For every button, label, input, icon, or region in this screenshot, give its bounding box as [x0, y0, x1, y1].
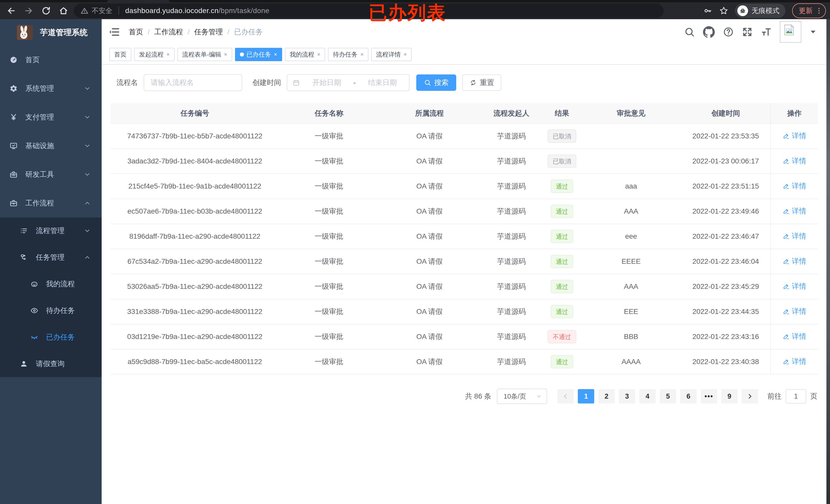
incognito-badge[interactable]: 无痕模式	[735, 4, 786, 18]
github-icon[interactable]	[703, 26, 715, 38]
fullscreen-icon[interactable]	[742, 27, 753, 37]
sidebar-item-label: 工作流程	[25, 198, 54, 208]
process-name-input[interactable]	[143, 74, 242, 91]
cell-actions: 详情	[771, 249, 818, 274]
cell-starter: 芋道源码	[480, 299, 543, 324]
update-button[interactable]: 更新	[792, 3, 826, 18]
key-icon[interactable]	[703, 6, 712, 15]
page-button-6[interactable]: 6	[680, 389, 697, 403]
result-tag: 通过	[551, 255, 573, 268]
help-icon[interactable]	[723, 27, 734, 37]
detail-label: 详情	[792, 156, 806, 166]
sidebar-item-payment[interactable]: 支付管理	[0, 103, 102, 132]
font-size-icon[interactable]	[761, 27, 772, 37]
detail-link[interactable]: 详情	[783, 306, 806, 316]
start-date-placeholder[interactable]: 开始日期	[300, 78, 353, 88]
tab-流程表单-编辑[interactable]: 流程表单-编辑×	[178, 48, 232, 61]
sidebar-item-todo-task[interactable]: 待办任务	[0, 297, 102, 324]
hamburger-icon[interactable]	[108, 26, 120, 38]
breadcrumb-item[interactable]: 工作流程	[154, 27, 183, 37]
detail-link[interactable]: 详情	[783, 256, 806, 266]
cell-opinion: aaa	[581, 174, 681, 199]
reload-icon[interactable]	[41, 6, 51, 16]
yen-icon	[9, 113, 18, 121]
sidebar-item-devtools[interactable]: 研发工具	[0, 160, 102, 189]
forward-icon[interactable]	[24, 6, 34, 16]
page-size-select[interactable]: 10条/页	[497, 389, 547, 404]
cell-process: OA 请假	[379, 199, 480, 224]
detail-label: 详情	[792, 181, 806, 191]
tab-已办任务[interactable]: 已办任务×	[235, 48, 282, 61]
sidebar-item-leave-query[interactable]: 请假查询	[0, 350, 102, 377]
avatar[interactable]	[780, 21, 801, 43]
prev-page-button[interactable]	[557, 389, 574, 403]
home-icon[interactable]	[58, 6, 69, 16]
sidebar-submenu: 流程管理任务管理我的流程待办任务已办任务请假查询	[0, 217, 102, 377]
close-icon[interactable]: ×	[404, 51, 407, 58]
sidebar-item-system[interactable]: 系统管理	[0, 74, 102, 103]
search-icon[interactable]	[684, 27, 695, 37]
sidebar-item-my-process[interactable]: 我的流程	[0, 271, 102, 297]
cell-process: OA 请假	[379, 174, 480, 199]
reset-button[interactable]: 重置	[462, 74, 501, 91]
close-icon[interactable]: ×	[224, 51, 227, 58]
breadcrumb-item[interactable]: 任务管理	[194, 27, 223, 37]
close-icon[interactable]: ×	[166, 51, 170, 58]
page-button-1[interactable]: 1	[578, 389, 594, 403]
cell-name: 一级审批	[279, 324, 379, 349]
sidebar-item-task-mgmt[interactable]: 任务管理	[0, 244, 102, 271]
page-button-5[interactable]: 5	[660, 389, 676, 403]
search-button[interactable]: 搜索	[416, 74, 456, 91]
page-content: 流程名 创建时间 开始日期 - 结束日期 搜索 重置 任务	[102, 65, 826, 504]
page-button-3[interactable]: 3	[619, 389, 635, 403]
avatar-caret-icon[interactable]	[809, 29, 817, 35]
cell-process: OA 请假	[379, 324, 480, 349]
detail-link[interactable]: 详情	[783, 156, 806, 166]
sidebar-item-label: 任务管理	[36, 253, 65, 262]
detail-link[interactable]: 详情	[783, 231, 806, 241]
tab-我的流程[interactable]: 我的流程×	[285, 48, 325, 61]
cell-result: 已取消	[543, 124, 581, 149]
page-button-4[interactable]: 4	[639, 389, 656, 403]
sidebar-item-done-task[interactable]: 已办任务	[0, 324, 102, 350]
next-page-button[interactable]	[742, 389, 758, 403]
cell-opinion: AAA	[581, 274, 681, 299]
sidebar-item-infra[interactable]: 基础设施	[0, 132, 102, 160]
monitor-icon	[9, 142, 18, 150]
detail-label: 详情	[792, 131, 806, 141]
detail-link[interactable]: 详情	[783, 357, 806, 366]
cell-id: a59c9d88-7b99-11ec-ba5c-acde48001122	[110, 349, 279, 374]
tab-流程详情[interactable]: 流程详情×	[371, 48, 412, 61]
sidebar-item-process-mgmt[interactable]: 流程管理	[0, 217, 102, 244]
page-button-2[interactable]: 2	[598, 389, 615, 403]
close-icon[interactable]: ×	[360, 51, 363, 58]
sidebar-item-label: 我的流程	[46, 279, 75, 289]
bookmark-star-icon[interactable]	[719, 6, 728, 15]
date-range-input[interactable]: 开始日期 - 结束日期	[287, 74, 410, 91]
chevron-down-icon	[84, 113, 91, 121]
tab-发起流程[interactable]: 发起流程×	[134, 48, 174, 61]
pagination-more-button[interactable]: •••	[701, 389, 717, 403]
end-date-placeholder[interactable]: 结束日期	[356, 78, 409, 88]
cell-id: 53026aa5-7b9a-11ec-a290-acde48001122	[110, 274, 279, 299]
page-button-9[interactable]: 9	[721, 389, 738, 403]
goto-page-input[interactable]	[786, 389, 806, 403]
detail-link[interactable]: 详情	[783, 181, 806, 191]
app-logo-row[interactable]: 芋道管理系统	[0, 19, 102, 45]
back-icon[interactable]	[6, 6, 17, 16]
tab-待办任务[interactable]: 待办任务×	[328, 48, 369, 61]
chevron-left-icon	[562, 393, 569, 400]
close-icon[interactable]: ×	[317, 51, 321, 58]
detail-link[interactable]: 详情	[783, 332, 806, 341]
close-icon[interactable]: ×	[274, 51, 277, 58]
detail-link[interactable]: 详情	[783, 281, 806, 291]
tab-首页[interactable]: 首页	[109, 48, 131, 61]
detail-link[interactable]: 详情	[783, 206, 806, 216]
breadcrumb-item[interactable]: 首页	[129, 27, 143, 37]
sidebar-item-home[interactable]: 首页	[0, 45, 102, 74]
url-text[interactable]: dashboard.yudao.iocoder.cn/bpm/task/done	[125, 7, 269, 15]
security-label[interactable]: 不安全	[92, 6, 113, 15]
detail-link[interactable]: 详情	[783, 131, 806, 141]
chevron-down-icon	[84, 227, 91, 234]
sidebar-item-workflow[interactable]: 工作流程	[0, 189, 102, 217]
